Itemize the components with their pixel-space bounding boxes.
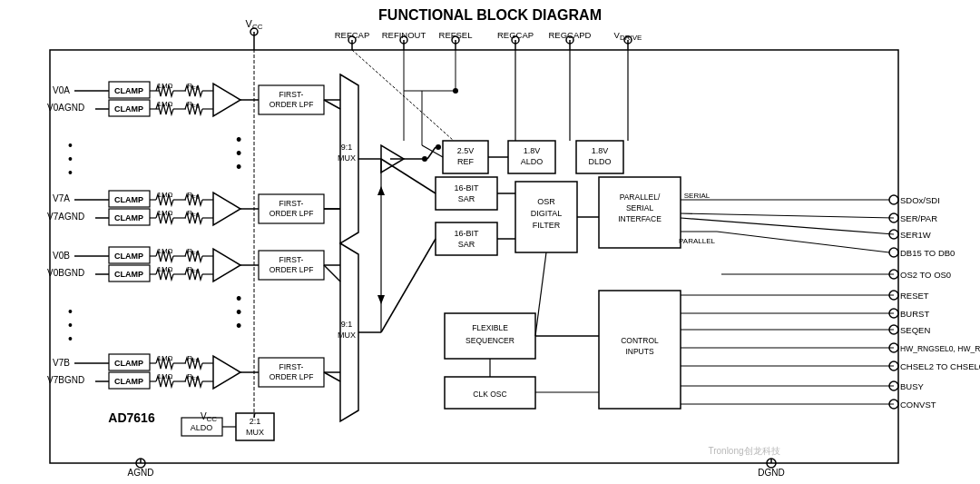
mux91-top: 9:1: [341, 143, 353, 152]
parallel-label: PARALLEL: [679, 237, 715, 245]
lpf-top2: ORDER LPF: [270, 100, 314, 109]
lpf-v0b2: ORDER LPF: [270, 265, 314, 274]
dots-mid6: •: [236, 317, 241, 335]
control-label: CONTROL: [621, 336, 659, 345]
svg-point-83: [422, 156, 427, 162]
diagram-container: FUNCTIONAL BLOCK DIAGRAM VCC REFCAP REFI…: [0, 0, 980, 484]
lpf-v7a2: ORDER LPF: [270, 209, 314, 218]
db15-db0-label: DB15 TO DB0: [900, 248, 955, 258]
refinout-label: REFINOUT: [382, 30, 426, 40]
refcap-label: REFCAP: [335, 30, 370, 40]
hw-rngsel-label: HW_RNGSEL0, HW_RNGSEL1: [900, 344, 980, 353]
sar-top: 16-BIT: [454, 183, 479, 193]
convst-label: CONVST: [900, 400, 936, 410]
clamp-v0b: CLAMP: [114, 252, 143, 261]
sar-bot: 16-BIT: [454, 229, 479, 238]
res-v0bgnd: 1MΩ: [157, 265, 172, 273]
control-label2: INPUTS: [625, 347, 654, 356]
lpf-v7b2: ORDER LPF: [270, 372, 314, 381]
dldo-18v: 1.8V: [592, 146, 609, 155]
chip-label: AD7616: [108, 410, 155, 425]
v7agnd-label: V7AGND: [47, 212, 84, 222]
sar-bot2: SAR: [458, 240, 475, 249]
agnd-label: AGND: [128, 468, 154, 478]
regcap-label: REGCAP: [497, 30, 534, 40]
ser1w-label: SER1W: [900, 230, 931, 240]
osr-label2: DIGITAL: [531, 209, 562, 218]
par-ser-label: PARALLEL/: [620, 193, 661, 202]
watermark: Tronlong创龙科技: [708, 446, 779, 456]
clamp-v7b: CLAMP: [114, 359, 143, 368]
dots-bot3: •: [68, 331, 73, 346]
ref-25v2: REF: [457, 157, 475, 166]
res-v7a: 1MΩ: [157, 191, 172, 199]
ref-25v: 2.5V: [457, 146, 475, 155]
burst-label: BURST: [900, 309, 929, 319]
dots-top3: •: [68, 165, 73, 180]
res-v0b: 1MΩ: [157, 247, 172, 255]
res-v7agnd: 1MΩ: [157, 209, 172, 217]
v0a-label: V0A: [53, 85, 70, 95]
chsel-label: CHSEL2 TO CHSEL0: [900, 361, 980, 371]
res-1mohm-v0agnd: 1MΩ: [157, 100, 172, 108]
dldo-18v2: DLDO: [588, 157, 611, 166]
aldo-bot-label: ALDO: [191, 423, 213, 432]
clamp-v7bgnd: CLAMP: [114, 377, 143, 386]
osr-label3: FILTER: [533, 221, 561, 230]
dots-bot2: •: [68, 318, 73, 332]
v7b-label: V7B: [53, 358, 70, 368]
lpf-top: FIRST-: [279, 90, 304, 99]
v7bgnd-label: V7BGND: [47, 375, 84, 385]
clk-osc-label: CLK OSC: [473, 390, 506, 399]
os2-os0-label: OS2 TO OS0: [900, 270, 951, 280]
refsel-label: REFSEL: [439, 30, 473, 40]
seqen-label: SEQEN: [900, 325, 930, 335]
clamp-v0a: CLAMP: [114, 86, 143, 95]
dots-top2: •: [68, 152, 73, 166]
mux91-bot: 9:1: [341, 320, 353, 329]
clamp-v7a: CLAMP: [114, 195, 143, 204]
aldo-18v: 1.8V: [524, 146, 541, 155]
sdox-sdi-label: SDOx/SDI: [900, 195, 940, 205]
mux21-label: 2:1: [250, 417, 261, 426]
dots-mid3: •: [236, 158, 241, 176]
regcapd-label: REGCAPD: [549, 30, 592, 40]
dots-bot: •: [68, 304, 73, 319]
ser-par-label: SER/PAR: [900, 213, 937, 223]
clamp-v0bgnd: CLAMP: [114, 270, 143, 279]
svg-point-85: [436, 144, 441, 150]
mux91-top2: MUX: [338, 153, 356, 163]
busy-label: BUSY: [900, 381, 925, 391]
v0agnd-label: V0AGND: [47, 103, 84, 113]
lpf-v7a: FIRST-: [279, 199, 304, 208]
res-v7bgnd: 1MΩ: [157, 372, 172, 380]
clamp-v7agnd: CLAMP: [114, 213, 143, 222]
reset-label: RESET: [900, 291, 929, 301]
v0bgnd-label: V0BGND: [47, 268, 84, 278]
par-ser-label2: SERIAL: [626, 203, 654, 212]
res-v7b: 1MΩ: [157, 354, 172, 362]
dgnd-label: DGND: [758, 468, 784, 478]
mux91-bot2: MUX: [338, 331, 356, 340]
clamp-v0agnd: CLAMP: [114, 104, 143, 114]
v0b-label: V0B: [53, 251, 70, 261]
flex-seq-label: FLEXIBLE: [472, 323, 508, 332]
sar-top2: SAR: [458, 194, 475, 203]
par-ser-label3: INTERFACE: [618, 214, 662, 223]
flex-seq-label2: SEQUENCER: [466, 336, 514, 345]
res-1mohm-v0a: 1MΩ: [157, 82, 172, 90]
lpf-v7b: FIRST-: [279, 362, 304, 371]
dots-top: •: [68, 138, 73, 153]
mux21-label2: MUX: [246, 428, 264, 437]
serial-label: SERIAL: [684, 192, 710, 200]
osr-label: OSR: [537, 197, 555, 206]
v7a-label: V7A: [53, 193, 70, 203]
aldo-18v2: ALDO: [521, 157, 544, 166]
lpf-v0b: FIRST-: [279, 255, 304, 264]
diagram-title: FUNCTIONAL BLOCK DIAGRAM: [378, 7, 602, 23]
